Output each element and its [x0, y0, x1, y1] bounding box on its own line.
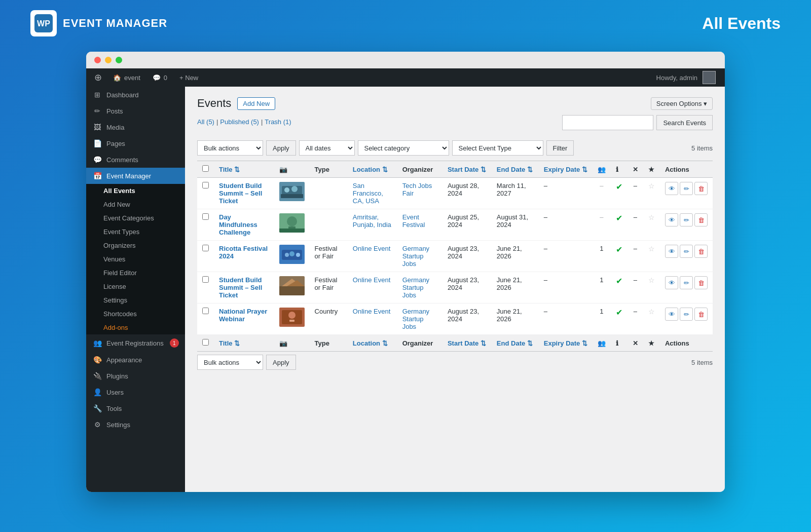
featured-star-2[interactable]: ☆: [648, 213, 655, 221]
edit-button-3[interactable]: ✏: [680, 245, 693, 258]
browser-close-btn[interactable]: [94, 57, 101, 63]
browser-minimize-btn[interactable]: [105, 57, 112, 63]
event-location-link-2[interactable]: Amritsar, Punjab, India: [353, 213, 391, 229]
event-location-link-3[interactable]: Online Event: [353, 245, 390, 252]
row-checkbox-3[interactable]: [202, 245, 209, 251]
event-organizer-link-4[interactable]: Germany Startup Jobs: [402, 276, 429, 299]
submenu-venues[interactable]: Venues: [86, 252, 185, 266]
th-location[interactable]: Location ⇅: [348, 161, 397, 178]
submenu-add-new[interactable]: Add New: [86, 198, 185, 211]
tf-featured: ★: [643, 335, 660, 352]
event-location-link-1[interactable]: San Francisco, CA, USA: [353, 182, 383, 205]
submenu-event-categories[interactable]: Event Categories: [86, 211, 185, 225]
browser-maximize-btn[interactable]: [116, 57, 122, 63]
search-events-button[interactable]: Search Events: [656, 115, 713, 130]
view-button-2[interactable]: 👁: [665, 213, 678, 226]
delete-button-2[interactable]: 🗑: [694, 213, 708, 226]
sidebar-item-tools[interactable]: 🔧 Tools: [86, 400, 185, 416]
edit-button-1[interactable]: ✏: [680, 182, 693, 195]
view-button-4[interactable]: 👁: [665, 276, 678, 289]
submenu-license[interactable]: License: [86, 280, 185, 293]
submenu-settings[interactable]: Settings: [86, 293, 185, 307]
topbar-howdy[interactable]: Howdy, admin: [651, 68, 721, 87]
select-all-checkbox-bottom[interactable]: [202, 339, 209, 346]
featured-star-5[interactable]: ☆: [648, 308, 655, 316]
submenu-field-editor[interactable]: Field Editor: [86, 266, 185, 280]
delete-button-3[interactable]: 🗑: [694, 245, 708, 258]
topbar-home[interactable]: 🏠 event: [108, 68, 145, 87]
add-new-button[interactable]: Add New: [237, 97, 275, 110]
select-all-checkbox[interactable]: [202, 165, 209, 172]
row-checkbox-5[interactable]: [202, 308, 209, 314]
sublink-trash[interactable]: Trash (1): [265, 118, 291, 126]
row-checkbox-4[interactable]: [202, 276, 209, 283]
event-organizer-link-5[interactable]: Germany Startup Jobs: [402, 308, 429, 330]
sidebar-item-settings-bottom[interactable]: ⚙ Settings: [86, 416, 185, 433]
view-button-3[interactable]: 👁: [665, 245, 678, 258]
apply-button-top[interactable]: Apply: [266, 140, 296, 156]
sidebar-item-event-manager[interactable]: 📅 Event Manager: [86, 168, 185, 184]
tf-start-date[interactable]: Start Date ⇅: [443, 335, 492, 352]
event-title-link-4[interactable]: Student Build Summit – Sell Ticket: [219, 276, 262, 299]
event-location-link-5[interactable]: Online Event: [353, 308, 390, 315]
submenu-addons[interactable]: Add-ons: [86, 321, 185, 334]
search-events-input[interactable]: [562, 115, 653, 130]
tf-end-date[interactable]: End Date ⇅: [492, 335, 539, 352]
th-end-date[interactable]: End Date ⇅: [492, 161, 539, 178]
sidebar-item-appearance[interactable]: 🎨 Appearance: [86, 352, 185, 368]
sidebar-item-plugins[interactable]: 🔌 Plugins: [86, 368, 185, 384]
event-type-select[interactable]: Select Event Type: [452, 140, 543, 156]
row-title-cell-2: Day Mindfulness Challenge: [214, 209, 274, 241]
filter-button[interactable]: Filter: [546, 140, 574, 156]
submenu-organizers[interactable]: Organizers: [86, 239, 185, 252]
event-location-link-4[interactable]: Online Event: [353, 276, 390, 284]
event-organizer-link-2[interactable]: Event Festival: [402, 213, 425, 229]
delete-button-4[interactable]: 🗑: [694, 276, 708, 289]
category-select[interactable]: Select category: [358, 140, 449, 156]
tf-title[interactable]: Title ⇅: [214, 335, 274, 352]
event-title-link-2[interactable]: Day Mindfulness Challenge: [219, 213, 257, 236]
featured-star-4[interactable]: ☆: [648, 276, 655, 284]
event-title-link-1[interactable]: Student Build Summit – Sell Ticket: [219, 182, 262, 205]
edit-button-2[interactable]: ✏: [680, 213, 693, 226]
all-dates-select[interactable]: All dates: [299, 140, 355, 156]
tf-location[interactable]: Location ⇅: [348, 335, 397, 352]
sidebar-item-comments[interactable]: 💬 Comments: [86, 151, 185, 168]
event-title-link-5[interactable]: National Prayer Webinar: [219, 308, 267, 323]
view-button-5[interactable]: 👁: [665, 308, 678, 321]
sublink-published[interactable]: Published (5): [220, 118, 259, 126]
row-checkbox-1[interactable]: [202, 182, 209, 188]
submenu-event-types[interactable]: Event Types: [86, 225, 185, 239]
tf-expiry-date[interactable]: Expiry Date ⇅: [539, 335, 593, 352]
wp-admin-logo[interactable]: ⊕: [90, 72, 106, 83]
screen-options-button[interactable]: Screen Options ▾: [651, 97, 713, 110]
event-title-link-3[interactable]: Ricotta Festival 2024: [219, 245, 268, 260]
view-button-1[interactable]: 👁: [665, 182, 678, 195]
sidebar-item-event-registrations[interactable]: 👥 Event Registrations 1: [86, 334, 185, 352]
featured-star-1[interactable]: ☆: [648, 182, 655, 190]
row-checkbox-2[interactable]: [202, 213, 209, 220]
bulk-actions-select-bottom[interactable]: Bulk actions: [197, 355, 263, 370]
sidebar-item-media[interactable]: 🖼 Media: [86, 119, 185, 135]
sublink-all[interactable]: All (5): [197, 118, 214, 126]
th-title[interactable]: Title ⇅: [214, 161, 274, 178]
topbar-new[interactable]: + New: [174, 68, 203, 87]
sidebar-item-posts[interactable]: ✏ Posts: [86, 103, 185, 119]
edit-button-4[interactable]: ✏: [680, 276, 693, 289]
featured-star-3[interactable]: ☆: [648, 245, 655, 253]
bulk-actions-select[interactable]: Bulk actions: [197, 140, 263, 156]
submenu-shortcodes[interactable]: Shortcodes: [86, 307, 185, 321]
sidebar-item-dashboard[interactable]: ⊞ Dashboard: [86, 87, 185, 103]
delete-button-1[interactable]: 🗑: [694, 182, 708, 195]
edit-button-5[interactable]: ✏: [680, 308, 693, 321]
th-expiry-date[interactable]: Expiry Date ⇅: [539, 161, 593, 178]
delete-button-5[interactable]: 🗑: [694, 308, 708, 321]
event-organizer-link-1[interactable]: Tech Jobs Fair: [402, 182, 432, 197]
apply-button-bottom[interactable]: Apply: [266, 355, 296, 370]
sidebar-item-users[interactable]: 👤 Users: [86, 384, 185, 400]
event-organizer-link-3[interactable]: Germany Startup Jobs: [402, 245, 429, 268]
th-start-date[interactable]: Start Date ⇅: [443, 161, 492, 178]
submenu-all-events[interactable]: All Events: [86, 184, 185, 198]
topbar-comments[interactable]: 💬 0: [148, 68, 172, 87]
sidebar-item-pages[interactable]: 📄 Pages: [86, 135, 185, 151]
